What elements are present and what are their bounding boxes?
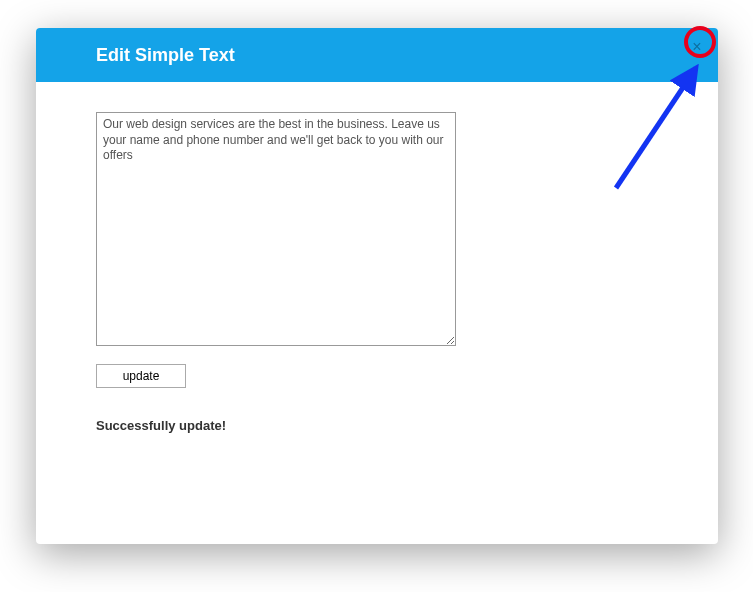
status-message: Successfully update! <box>96 418 658 433</box>
modal-header: Edit Simple Text × <box>36 28 718 82</box>
modal-title: Edit Simple Text <box>96 45 235 66</box>
simple-text-textarea[interactable] <box>96 112 456 346</box>
update-button[interactable]: update <box>96 364 186 388</box>
modal-body: update Successfully update! <box>36 82 718 453</box>
edit-simple-text-modal: Edit Simple Text × update Successfully u… <box>36 28 718 544</box>
close-icon[interactable]: × <box>690 40 704 54</box>
